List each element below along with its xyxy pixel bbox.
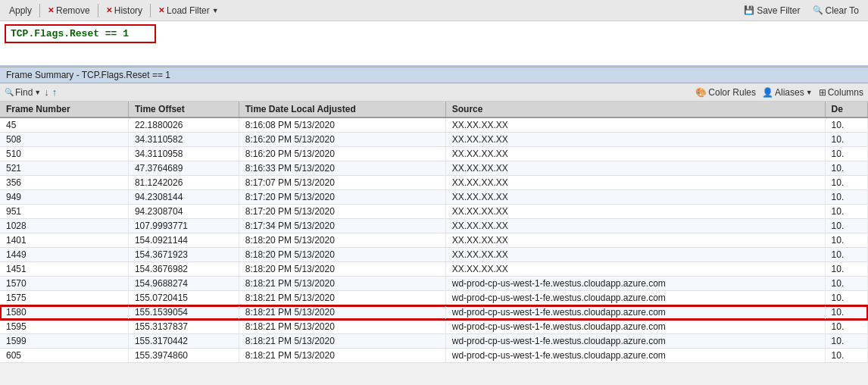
- col-time-offset: Time Offset: [128, 102, 239, 117]
- table-cell: XX.XX.XX.XX: [445, 190, 825, 205]
- arrow-down-1-icon[interactable]: ↓: [44, 86, 49, 98]
- find-icon: 🔍: [5, 88, 14, 96]
- table-cell: 34.3110582: [128, 133, 239, 147]
- table-cell: 10.: [825, 262, 867, 277]
- table-cell: XX.XX.XX.XX: [445, 176, 825, 190]
- history-button[interactable]: ✕ History: [101, 4, 147, 17]
- packet-toolbar-right: 🎨 Color Rules 👤 Aliases ▼ ⊞ Columns: [695, 87, 863, 98]
- table-cell: XX.XX.XX.XX: [445, 147, 825, 161]
- table-cell: 155.0720415: [128, 291, 239, 305]
- table-row[interactable]: 51034.31109588:16:20 PM 5/13/2020XX.XX.X…: [0, 147, 868, 161]
- table-header-row: Frame Number Time Offset Time Date Local…: [0, 102, 868, 117]
- aliases-button[interactable]: 👤 Aliases ▼: [762, 87, 813, 98]
- table-row[interactable]: 50834.31105828:16:20 PM 5/13/2020XX.XX.X…: [0, 133, 868, 147]
- table-cell: 521: [0, 161, 128, 176]
- main-toolbar: Apply ✕ Remove ✕ History ✕ Load Filter ▼…: [0, 0, 868, 21]
- table-row[interactable]: 1599155.31704428:18:21 PM 5/13/2020wd-pr…: [0, 334, 868, 349]
- table-row[interactable]: 1575155.07204158:18:21 PM 5/13/2020wd-pr…: [0, 291, 868, 305]
- table-cell: XX.XX.XX.XX: [445, 117, 825, 133]
- table-cell: 94.2308144: [128, 190, 239, 205]
- table-cell: 10.: [825, 219, 867, 233]
- table-row[interactable]: 1580155.15390548:18:21 PM 5/13/2020wd-pr…: [0, 305, 868, 320]
- history-x-icon: ✕: [106, 6, 112, 14]
- remove-button[interactable]: ✕ Remove: [43, 4, 95, 17]
- arrow-up-icon[interactable]: ↑: [52, 86, 58, 98]
- table-row[interactable]: 1401154.09211448:18:20 PM 5/13/2020XX.XX…: [0, 233, 868, 248]
- table-cell: 1451: [0, 262, 128, 277]
- load-filter-arrow-icon: ▼: [212, 7, 219, 14]
- table-cell: 10.: [825, 320, 867, 334]
- table-cell: 154.0921144: [128, 233, 239, 248]
- table-cell: 8:17:07 PM 5/13/2020: [239, 176, 445, 190]
- find-label: Find: [15, 87, 33, 98]
- table-cell: XX.XX.XX.XX: [445, 161, 825, 176]
- table-cell: 10.: [825, 161, 867, 176]
- table-row[interactable]: 4522.18800268:16:08 PM 5/13/2020XX.XX.XX…: [0, 117, 868, 133]
- apply-button[interactable]: Apply: [5, 4, 36, 17]
- clear-button[interactable]: 🔍 Clear To: [808, 4, 863, 17]
- columns-icon: ⊞: [819, 87, 826, 98]
- separator-2: [98, 4, 98, 17]
- table-cell: 8:18:20 PM 5/13/2020: [239, 262, 445, 277]
- apply-label: Apply: [9, 5, 32, 16]
- table-cell: 81.1242026: [128, 176, 239, 190]
- table-cell: 8:17:20 PM 5/13/2020: [239, 190, 445, 205]
- frame-summary-title: Frame Summary - TCP.Flags.Reset == 1: [6, 70, 170, 80]
- table-cell: wd-prod-cp-us-west-1-fe.westus.cloudapp.…: [445, 277, 825, 291]
- table-row[interactable]: 1595155.31378378:18:21 PM 5/13/2020wd-pr…: [0, 320, 868, 334]
- table-cell: 155.3137837: [128, 320, 239, 334]
- table-row[interactable]: 95194.23087048:17:20 PM 5/13/2020XX.XX.X…: [0, 205, 868, 219]
- packet-toolbar: 🔍 Find ▼ ↓ ↑ 🎨 Color Rules 👤 Aliases ▼ ⊞…: [0, 83, 868, 102]
- table-cell: 155.1539054: [128, 305, 239, 320]
- table-cell: XX.XX.XX.XX: [445, 219, 825, 233]
- save-filter-label: Save Filter: [757, 5, 800, 16]
- table-row[interactable]: 605155.39748608:18:21 PM 5/13/2020wd-pro…: [0, 349, 868, 363]
- table-cell: 8:18:21 PM 5/13/2020: [239, 320, 445, 334]
- packet-table: Frame Number Time Offset Time Date Local…: [0, 102, 868, 363]
- frame-summary-header: Frame Summary - TCP.Flags.Reset == 1: [0, 67, 868, 83]
- table-cell: 949: [0, 190, 128, 205]
- columns-button[interactable]: ⊞ Columns: [819, 87, 863, 98]
- table-cell: 10.: [825, 205, 867, 219]
- find-button[interactable]: 🔍 Find ▼: [5, 87, 41, 98]
- table-cell: 10.: [825, 147, 867, 161]
- load-filter-button[interactable]: ✕ Load Filter ▼: [154, 4, 223, 17]
- table-cell: 1580: [0, 305, 128, 320]
- table-cell: 94.2308704: [128, 205, 239, 219]
- save-filter-button[interactable]: 💾 Save Filter: [739, 4, 804, 17]
- table-cell: 8:18:21 PM 5/13/2020: [239, 349, 445, 363]
- table-row[interactable]: 1028107.99937718:17:34 PM 5/13/2020XX.XX…: [0, 219, 868, 233]
- table-row[interactable]: 1570154.96882748:18:21 PM 5/13/2020wd-pr…: [0, 277, 868, 291]
- remove-x-icon: ✕: [48, 6, 54, 14]
- table-row[interactable]: 35681.12420268:17:07 PM 5/13/2020XX.XX.X…: [0, 176, 868, 190]
- color-rules-button[interactable]: 🎨 Color Rules: [695, 87, 756, 98]
- aliases-icon: 👤: [762, 87, 773, 98]
- columns-label: Columns: [828, 87, 863, 98]
- col-time-date: Time Date Local Adjusted: [239, 102, 445, 117]
- table-row[interactable]: 1449154.36719238:18:20 PM 5/13/2020XX.XX…: [0, 248, 868, 262]
- table-row[interactable]: 52147.37646898:16:33 PM 5/13/2020XX.XX.X…: [0, 161, 868, 176]
- table-cell: 1449: [0, 248, 128, 262]
- separator-3: [150, 4, 151, 17]
- table-cell: 8:18:20 PM 5/13/2020: [239, 248, 445, 262]
- filter-input[interactable]: TCP.Flags.Reset == 1: [5, 24, 156, 43]
- table-cell: 8:16:08 PM 5/13/2020: [239, 117, 445, 133]
- table-row[interactable]: 94994.23081448:17:20 PM 5/13/2020XX.XX.X…: [0, 190, 868, 205]
- packet-toolbar-left: 🔍 Find ▼ ↓ ↑: [5, 86, 57, 98]
- packet-table-wrapper: Frame Number Time Offset Time Date Local…: [0, 102, 868, 365]
- table-cell: 1595: [0, 320, 128, 334]
- table-cell: 10.: [825, 334, 867, 349]
- table-cell: 10.: [825, 176, 867, 190]
- table-cell: 1570: [0, 277, 128, 291]
- table-cell: 8:18:21 PM 5/13/2020: [239, 277, 445, 291]
- col-dest: De: [825, 102, 867, 117]
- table-cell: XX.XX.XX.XX: [445, 133, 825, 147]
- table-cell: 10.: [825, 133, 867, 147]
- packet-table-body: 4522.18800268:16:08 PM 5/13/2020XX.XX.XX…: [0, 117, 868, 363]
- table-cell: 47.3764689: [128, 161, 239, 176]
- table-row[interactable]: 1451154.36769828:18:20 PM 5/13/2020XX.XX…: [0, 262, 868, 277]
- clear-label: Clear To: [826, 5, 859, 16]
- table-cell: 1575: [0, 291, 128, 305]
- col-frame-number: Frame Number: [0, 102, 128, 117]
- table-cell: 1599: [0, 334, 128, 349]
